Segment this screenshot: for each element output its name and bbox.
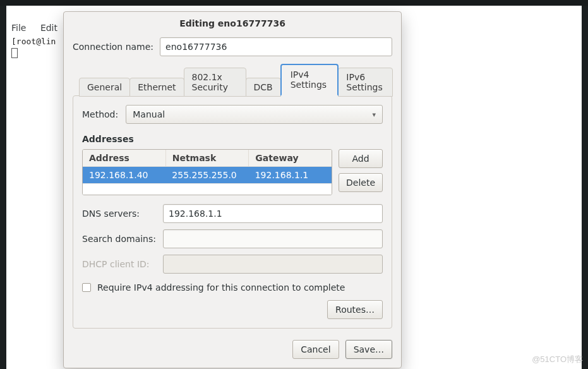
tab-ipv4-settings[interactable]: IPv4 Settings <box>280 64 339 96</box>
connection-name-input[interactable] <box>160 37 392 56</box>
addr-cell-gateway: 192.168.1.1 <box>249 167 332 183</box>
method-select-value: Manual <box>133 109 165 119</box>
addresses-label: Addresses <box>82 134 383 144</box>
search-domains-input[interactable] <box>163 229 383 248</box>
watermark: @51CTO博客 <box>532 354 583 365</box>
network-connection-editor-dialog: Editing eno16777736 Connection name: Gen… <box>63 11 402 368</box>
dhcp-client-id-label: DHCP client ID: <box>82 259 158 269</box>
dns-servers-input[interactable] <box>163 204 383 223</box>
connection-name-label: Connection name: <box>73 42 153 52</box>
require-ipv4-label: Require IPv4 addressing for this connect… <box>97 282 345 293</box>
save-button[interactable]: Save… <box>345 340 392 359</box>
terminal-menubar: File Edit <box>11 23 69 33</box>
search-domains-label: Search domains: <box>82 234 158 244</box>
method-label: Method: <box>82 109 118 119</box>
right-background-strip <box>582 6 588 369</box>
settings-tabs: General Ethernet 802.1x Security DCB IPv… <box>79 64 392 96</box>
connection-name-row: Connection name: <box>73 37 392 56</box>
tab-ethernet[interactable]: Ethernet <box>129 78 184 97</box>
delete-address-button[interactable]: Delete <box>339 173 383 192</box>
terminal-prompt: [root@lin <box>11 37 56 46</box>
method-row: Method: Manual ▾ <box>82 105 383 124</box>
addresses-header-address[interactable]: Address <box>83 150 166 167</box>
addr-cell-address: 192.168.1.40 <box>83 167 165 183</box>
menu-file[interactable]: File <box>11 23 26 33</box>
desktop-topbar <box>0 0 588 6</box>
addresses-table[interactable]: Address Netmask Gateway 192.168.1.40 255… <box>82 149 332 195</box>
tab-8021x-security[interactable]: 802.1x Security <box>184 68 246 97</box>
method-select[interactable]: Manual ▾ <box>126 105 383 124</box>
addresses-empty-row[interactable] <box>83 183 332 195</box>
dns-servers-label: DNS servers: <box>82 209 158 219</box>
add-address-button[interactable]: Add <box>339 149 383 168</box>
left-background-strip <box>0 6 6 369</box>
ipv4-extra-fields: DNS servers: Search domains: DHCP client… <box>82 204 383 274</box>
dialog-action-bar: Cancel Save… <box>64 334 401 368</box>
require-ipv4-checkbox[interactable] <box>82 283 91 292</box>
require-ipv4-row: Require IPv4 addressing for this connect… <box>82 282 383 293</box>
dialog-title: Editing eno16777736 <box>64 12 401 33</box>
tab-general[interactable]: General <box>79 78 130 97</box>
dhcp-client-id-input <box>163 255 383 274</box>
addresses-row-selected[interactable]: 192.168.1.40 255.255.255.0 192.168.1.1 <box>83 167 332 183</box>
addresses-header-netmask[interactable]: Netmask <box>166 150 249 167</box>
menu-edit[interactable]: Edit <box>40 23 57 33</box>
addresses-header-gateway[interactable]: Gateway <box>249 150 332 167</box>
addr-cell-netmask: 255.255.255.0 <box>165 167 248 183</box>
dialog-body: Connection name: General Ethernet 802.1x… <box>64 33 401 334</box>
ipv4-settings-pane: Method: Manual ▾ Addresses Address Netma… <box>73 95 392 329</box>
cancel-button[interactable]: Cancel <box>292 340 339 359</box>
tab-dcb[interactable]: DCB <box>246 78 281 97</box>
addresses-button-column: Add Delete <box>339 149 383 192</box>
terminal-cursor <box>11 48 18 58</box>
routes-row: Routes… <box>82 300 383 319</box>
routes-button[interactable]: Routes… <box>327 300 383 319</box>
addresses-block: Address Netmask Gateway 192.168.1.40 255… <box>82 149 383 195</box>
addresses-header-row: Address Netmask Gateway <box>83 150 332 167</box>
chevron-down-icon: ▾ <box>372 111 376 119</box>
tab-ipv6-settings[interactable]: IPv6 Settings <box>338 68 393 97</box>
